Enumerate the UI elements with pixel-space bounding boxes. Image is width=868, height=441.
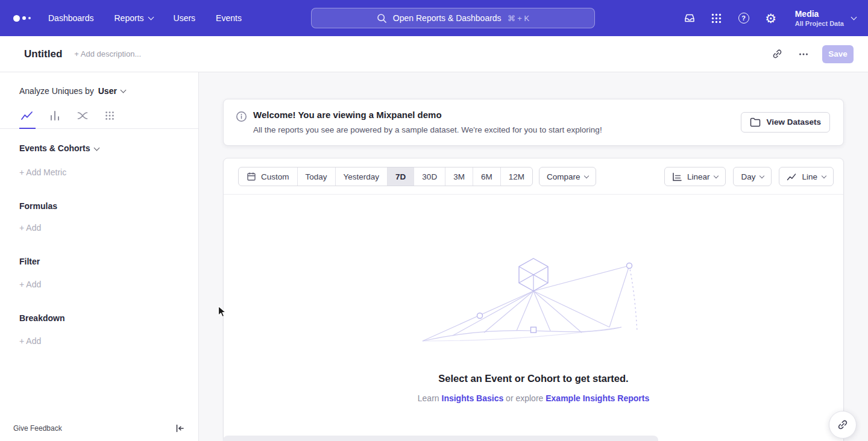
top-navbar: Dashboards Reports Users Events Open Rep…: [0, 0, 868, 36]
events-cohorts-section[interactable]: Events & Cohorts: [19, 143, 198, 153]
empty-state-title: Select an Event or Cohort to get started…: [224, 373, 843, 384]
project-text: Media All Project Data: [795, 9, 844, 28]
date-range-segmented-control: Custom Today Yesterday 7D 30D 3M 6M 12M: [238, 167, 533, 186]
gear-glyph: ⚙: [765, 12, 776, 25]
date-range-7d[interactable]: 7D: [387, 167, 414, 186]
welcome-banner: Welcome! You are viewing a Mixpanel demo…: [223, 99, 844, 146]
report-toolbar: Custom Today Yesterday 7D 30D 3M 6M 12M …: [224, 158, 843, 195]
project-scope: All Project Data: [795, 19, 844, 28]
chevron-down-icon: [851, 14, 857, 20]
help-circle: ?: [738, 13, 749, 23]
filter-section: Filter: [19, 257, 198, 266]
chart-type-dropdown[interactable]: Line: [779, 167, 834, 186]
tab-flows-icon[interactable]: [77, 110, 89, 122]
empty-state-links: Learn Insights Basics or explore Example…: [224, 393, 843, 403]
share-link-fab[interactable]: [829, 411, 857, 439]
date-range-custom[interactable]: Custom: [239, 167, 297, 186]
mixpanel-logo[interactable]: [13, 15, 40, 22]
banner-text: Welcome! You are viewing a Mixpanel demo…: [253, 108, 602, 136]
nav-label: Dashboards: [48, 13, 94, 23]
logo-dot: [13, 15, 20, 22]
nav-reports[interactable]: Reports: [115, 13, 153, 23]
top-nav-right: ? ⚙ Media All Project Data: [683, 0, 856, 36]
chevron-down-icon: [584, 174, 589, 178]
link-icon: [837, 419, 849, 431]
save-button[interactable]: Save: [822, 45, 854, 63]
compare-button[interactable]: Compare: [539, 167, 597, 186]
chevron-down-icon: [714, 174, 719, 178]
next-section-top-edge: [223, 436, 658, 441]
scale-dropdown[interactable]: Linear: [664, 167, 726, 186]
settings-gear-icon[interactable]: ⚙: [764, 11, 778, 25]
analyze-row: Analyze Uniques by User: [19, 86, 198, 96]
date-range-6m[interactable]: 6M: [473, 167, 500, 186]
range-label: 7D: [395, 172, 406, 181]
folder-icon: [750, 117, 761, 127]
date-range-3m[interactable]: 3M: [445, 167, 473, 186]
selected-tab-underline: [19, 128, 36, 129]
report-header: Untitled + Add description... Save: [0, 36, 868, 72]
range-label: Yesterday: [344, 172, 380, 181]
formulas-section: Formulas: [19, 201, 198, 211]
nav-dashboards[interactable]: Dashboards: [48, 13, 94, 23]
search-icon: [377, 13, 387, 23]
date-range-12m[interactable]: 12M: [500, 167, 532, 186]
breakdown-section: Breakdown: [19, 313, 198, 323]
header-actions: Save: [769, 45, 854, 63]
give-feedback-link[interactable]: Give Feedback: [13, 424, 62, 433]
apps-grid-icon[interactable]: [710, 11, 723, 25]
logo-dot: [22, 16, 26, 20]
banner-title: Welcome! You are viewing a Mixpanel demo: [253, 108, 602, 121]
collapse-sidebar-icon[interactable]: [174, 423, 185, 434]
more-options-icon[interactable]: [796, 46, 811, 62]
search-placeholder: Open Reports & Dashboards: [393, 13, 502, 23]
section-label: Filter: [19, 257, 40, 266]
date-range-today[interactable]: Today: [297, 167, 335, 186]
chevron-down-icon: [94, 145, 100, 151]
analyze-value: User: [98, 86, 117, 96]
analyze-value-dropdown[interactable]: User: [98, 86, 125, 96]
inbox-icon[interactable]: [683, 11, 696, 25]
chart-type-label: Line: [802, 172, 817, 181]
tab-grid-icon[interactable]: [104, 110, 115, 121]
help-glyph: ?: [741, 14, 746, 22]
banner-body: All the reports you see are powered by a…: [253, 124, 602, 136]
global-search[interactable]: Open Reports & Dashboards ⌘ + K: [311, 8, 595, 28]
insights-basics-link[interactable]: Insights Basics: [442, 393, 504, 403]
insights-report-card: Custom Today Yesterday 7D 30D 3M 6M 12M …: [223, 158, 844, 441]
add-breakdown-button[interactable]: + Add: [19, 336, 41, 346]
example-insights-reports-link[interactable]: Example Insights Reports: [546, 393, 649, 403]
chevron-down-icon: [120, 87, 126, 93]
nav-users[interactable]: Users: [174, 13, 196, 23]
range-label: 30D: [422, 172, 437, 181]
toolbar-right: Linear Day Line: [658, 167, 834, 186]
learn-prefix: Learn: [418, 393, 439, 403]
project-switcher[interactable]: Media All Project Data: [795, 9, 856, 28]
view-datasets-button[interactable]: View Datasets: [741, 112, 830, 133]
nav-label: Reports: [115, 13, 144, 23]
logo-dot: [28, 17, 31, 19]
nav-events[interactable]: Events: [216, 13, 242, 23]
report-title[interactable]: Untitled: [24, 48, 62, 60]
range-label: Today: [306, 172, 327, 181]
nav-label: Events: [216, 13, 242, 23]
date-range-30d[interactable]: 30D: [414, 167, 445, 186]
help-icon[interactable]: ?: [737, 11, 750, 25]
chevron-down-icon: [822, 174, 826, 178]
project-name: Media: [795, 9, 844, 19]
section-label: Formulas: [19, 201, 57, 211]
view-datasets-label: View Datasets: [766, 117, 821, 127]
interval-dropdown[interactable]: Day: [733, 167, 772, 186]
add-metric-button[interactable]: + Add Metric: [19, 167, 66, 177]
copy-link-icon[interactable]: [769, 46, 785, 62]
range-label: Custom: [261, 172, 289, 181]
add-description[interactable]: + Add description...: [74, 49, 141, 58]
analyze-label: Analyze Uniques by: [19, 86, 94, 96]
primary-nav: Dashboards Reports Users Events: [48, 13, 242, 23]
add-filter-button[interactable]: + Add: [19, 280, 41, 289]
tab-bar-chart-icon[interactable]: [49, 110, 61, 122]
date-range-yesterday[interactable]: Yesterday: [335, 167, 388, 186]
tab-line-chart-icon[interactable]: [20, 110, 33, 122]
add-formula-button[interactable]: + Add: [19, 223, 41, 233]
linear-scale-icon: [672, 172, 682, 181]
